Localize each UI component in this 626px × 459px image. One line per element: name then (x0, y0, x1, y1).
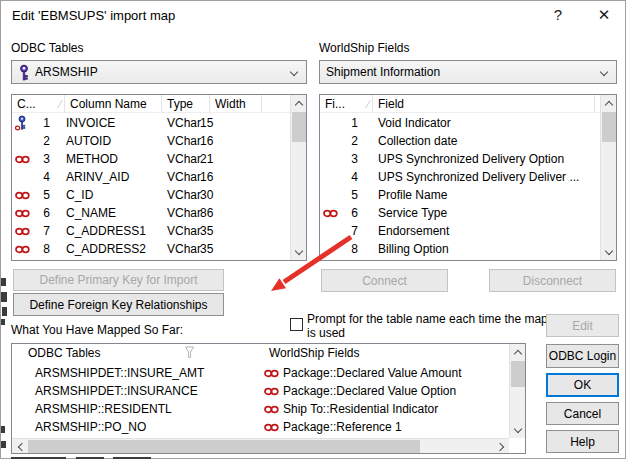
scroll-up-icon[interactable] (510, 344, 526, 360)
close-icon[interactable]: ✕ (593, 6, 615, 24)
dialog-title: Edit 'EBMSUPS' import map (12, 8, 175, 23)
prompt-table-name-checkbox[interactable] (290, 318, 303, 331)
background-window-fragment (1, 426, 5, 433)
background-window-fragment (1, 278, 6, 286)
sort-indicator-icon: ∕ (367, 98, 369, 110)
list-item[interactable]: 5 Profile Name (320, 186, 600, 204)
worldship-fields-header: Fi...∕ Field (320, 95, 600, 113)
chevron-down-icon (600, 68, 608, 76)
scrollbar-thumb[interactable] (292, 112, 306, 142)
scroll-left-icon[interactable] (12, 439, 28, 454)
chain-link-icon (264, 387, 279, 396)
scrollbar-horizontal[interactable] (12, 438, 509, 453)
sort-indicator-icon: ∕ (59, 98, 61, 110)
chain-link-icon (264, 369, 279, 378)
key-icon (18, 64, 30, 81)
worldship-selected-value: Shipment Information (326, 65, 440, 79)
column-header-name[interactable]: Column Name (65, 95, 162, 112)
chevron-down-icon (290, 68, 298, 76)
scroll-down-icon[interactable] (291, 244, 307, 260)
disconnect-button[interactable]: Disconnect (489, 269, 616, 292)
odbc-table-select[interactable]: ARSMSHIP (11, 60, 307, 84)
scrollbar-thumb[interactable] (28, 440, 420, 453)
table-row[interactable]: 5 C_ID VChar 30 (12, 186, 290, 204)
scroll-down-icon[interactable] (601, 244, 617, 260)
chain-link-icon (264, 423, 279, 432)
chain-link-icon (323, 209, 338, 218)
mapped-row[interactable]: ARSMSHIPDET::INSURE_AMT Package::Declare… (12, 364, 508, 382)
scrollbar-vertical[interactable] (600, 95, 616, 260)
mapped-list[interactable]: ODBC Tables WorldShip Fields ARSMSHIPDET… (11, 343, 526, 454)
mapped-so-far-label: What You Have Mapped So Far: (11, 323, 183, 337)
mapped-row[interactable]: ARSMSHIP::PO_NO Package::Reference 1 (12, 418, 508, 436)
mapped-header-odbc[interactable]: ODBC Tables (12, 344, 100, 362)
table-row[interactable]: 4 ARINV_AID VChar 16 (12, 168, 290, 186)
mapped-row[interactable]: ARSMSHIP::RESIDENTL Ship To::Residential… (12, 400, 508, 418)
table-row[interactable]: 7 C_ADDRESS1 VChar 35 (12, 222, 290, 240)
table-row[interactable]: 2 AUTOID VChar 16 (12, 132, 290, 150)
scroll-down-icon[interactable] (510, 422, 526, 438)
prompt-table-name-label: Prompt for the table name each time the … (307, 312, 549, 340)
scrollbar-thumb[interactable] (511, 361, 525, 387)
column-header-blank (262, 95, 290, 112)
table-row[interactable]: 1 INVOICE VChar 15 (12, 114, 290, 132)
list-item[interactable]: 8 Billing Option (320, 240, 600, 258)
column-header-c[interactable]: C...∕ (12, 95, 65, 112)
scrollbar-vertical[interactable] (290, 95, 306, 260)
background-window-fragment (2, 307, 7, 316)
chain-link-icon (264, 405, 279, 414)
edit-button[interactable]: Edit (546, 314, 619, 337)
odbc-login-button[interactable]: ODBC Login (546, 344, 619, 368)
scroll-right-icon[interactable] (493, 439, 509, 454)
table-row[interactable]: 6 C_NAME VChar 86 (12, 204, 290, 222)
list-item[interactable]: 6 Service Type (320, 204, 600, 222)
chain-link-icon (15, 245, 30, 254)
odbc-tables-label: ODBC Tables (11, 41, 83, 55)
chain-link-icon (15, 191, 30, 200)
odbc-columns-list[interactable]: C...∕ Column Name Type Width 1 INVOICE V… (11, 94, 307, 261)
list-item[interactable]: 1 Void Indicator (320, 114, 600, 132)
background-window-fragment (1, 319, 5, 325)
connect-button[interactable]: Connect (321, 269, 448, 292)
list-item[interactable]: 2 Collection date (320, 132, 600, 150)
background-window-fragment (1, 292, 7, 302)
scroll-up-icon[interactable] (291, 95, 307, 111)
list-item[interactable]: 7 Endorsement (320, 222, 600, 240)
list-item[interactable]: 3 UPS Synchronized Delivery Option (320, 150, 600, 168)
cancel-button[interactable]: Cancel (546, 402, 619, 425)
mapped-row[interactable]: ARSMSHIPDET::INSURANCE Package::Declared… (12, 382, 508, 400)
import-map-dialog: Edit 'EBMSUPS' import map ? ✕ ODBC Table… (0, 0, 626, 459)
worldship-category-select[interactable]: Shipment Information (319, 60, 617, 84)
scroll-up-icon[interactable] (601, 95, 617, 111)
list-item[interactable]: 4 UPS Synchronized Delivery Deliver ... (320, 168, 600, 186)
chain-link-icon (15, 209, 30, 218)
help-button[interactable]: Help (546, 430, 619, 453)
column-header-type[interactable]: Type (162, 95, 210, 112)
ok-button[interactable]: OK (546, 373, 619, 397)
worldship-fields-list[interactable]: Fi...∕ Field 1 Void Indicator 2 Collecti… (319, 94, 617, 261)
column-header-width[interactable]: Width (210, 95, 262, 112)
key-link-icon (15, 115, 27, 131)
odbc-columns-header: C...∕ Column Name Type Width (12, 95, 290, 113)
define-primary-key-button[interactable]: Define Primary Key for Import (13, 269, 224, 291)
help-icon[interactable]: ? (547, 6, 569, 23)
background-window-fragment (1, 441, 6, 448)
chain-link-icon (15, 227, 30, 236)
chain-link-icon (15, 155, 30, 164)
scrollbar-vertical[interactable] (509, 344, 525, 438)
table-row[interactable]: 8 C_ADDRESS2 VChar 35 (12, 240, 290, 258)
column-header-fi[interactable]: Fi...∕ (320, 95, 373, 112)
worldship-fields-label: WorldShip Fields (319, 41, 409, 55)
mapped-list-header: ODBC Tables WorldShip Fields (12, 344, 509, 362)
funnel-icon (184, 346, 195, 359)
mapped-header-worldship[interactable]: WorldShip Fields (269, 346, 359, 360)
column-header-field[interactable]: Field (373, 95, 595, 112)
define-foreign-key-button[interactable]: Define Foreign Key Relationships (13, 293, 224, 316)
scrollbar-thumb[interactable] (602, 112, 616, 142)
odbc-table-selected-value: ARSMSHIP (35, 65, 98, 79)
table-row[interactable]: 3 METHOD VChar 21 (12, 150, 290, 168)
